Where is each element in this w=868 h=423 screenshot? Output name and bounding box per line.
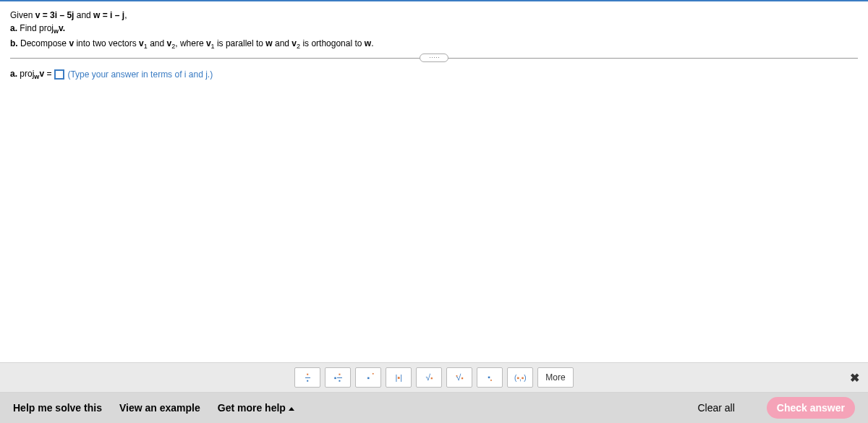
answer-input[interactable] <box>54 69 64 80</box>
bottom-bar: Help me solve this View an example Get m… <box>0 393 868 423</box>
period: . <box>371 38 373 48</box>
divider-toggle[interactable] <box>420 54 448 62</box>
part-a: a. Find projwv. <box>10 22 858 37</box>
given-comma: , <box>124 10 127 20</box>
part-b: b. Decompose v into two vectors v1 and v… <box>10 37 858 52</box>
v1b: v <box>206 38 211 48</box>
parallel: is parallel to <box>215 38 266 48</box>
coordinate-button[interactable]: (▪,▪) <box>507 367 533 388</box>
nth-root-button[interactable]: ▪√▪ <box>446 367 472 388</box>
question-block: Given v = 3i – 5j and w = i – j, a. Find… <box>10 9 858 52</box>
close-toolbar-icon[interactable]: ✖ <box>850 371 859 385</box>
absolute-value-button[interactable]: |▪| <box>386 367 412 388</box>
question-given: Given v = 3i – 5j and w = i – j, <box>10 9 858 22</box>
given-prefix: Given <box>10 10 35 20</box>
given-w: w = i – j <box>93 10 124 20</box>
orth: is orthogonal to <box>300 38 365 48</box>
part-a-sub: w <box>54 27 59 35</box>
exponent-button[interactable]: ▪▪ <box>355 367 381 388</box>
caret-up-icon <box>289 407 294 411</box>
answer-equals: = <box>44 69 51 79</box>
answer-hint: (Type your answer in terms of i and j.) <box>67 69 213 80</box>
part-b-label: b. <box>10 38 18 48</box>
fraction-button[interactable]: ▪▪ <box>294 367 320 388</box>
square-root-button[interactable]: √▪ <box>416 367 442 388</box>
part-b-text1: Decompose <box>18 38 69 48</box>
view-example-link[interactable]: View an example <box>119 402 200 414</box>
given-v: v = 3i – 5j <box>35 10 75 20</box>
mixed-number-button[interactable]: ▪▪▪ <box>325 367 351 388</box>
where: , where <box>175 38 206 48</box>
clear-all-link[interactable]: Clear all <box>697 402 734 414</box>
and2: and <box>273 38 292 48</box>
given-and: and <box>74 10 93 20</box>
help-solve-link[interactable]: Help me solve this <box>13 402 102 414</box>
more-button[interactable]: More <box>537 367 573 388</box>
part-a-v: v. <box>59 23 65 33</box>
part-a-label: a. <box>10 23 17 33</box>
w2: w <box>365 38 371 48</box>
answer-line: a. projwv = (Type your answer in terms o… <box>10 69 858 80</box>
w1: w <box>265 38 272 48</box>
part-b-into: into two vectors <box>74 38 139 48</box>
subscript-button[interactable]: ▪▪ <box>477 367 503 388</box>
and1: and <box>148 38 167 48</box>
v1: v <box>139 38 144 48</box>
check-answer-button[interactable]: Check answer <box>767 397 855 419</box>
part-a-text: Find proj <box>17 23 54 33</box>
answer-a-label: a. <box>10 69 17 79</box>
math-toolbar: ▪▪ ▪▪▪ ▪▪ |▪| √▪ ▪√▪ ▪▪ (▪,▪) More ✖ <box>0 362 868 393</box>
get-more-help-label: Get more help <box>218 402 286 414</box>
answer-proj: proj <box>17 69 34 79</box>
get-more-help-link[interactable]: Get more help <box>218 402 294 414</box>
